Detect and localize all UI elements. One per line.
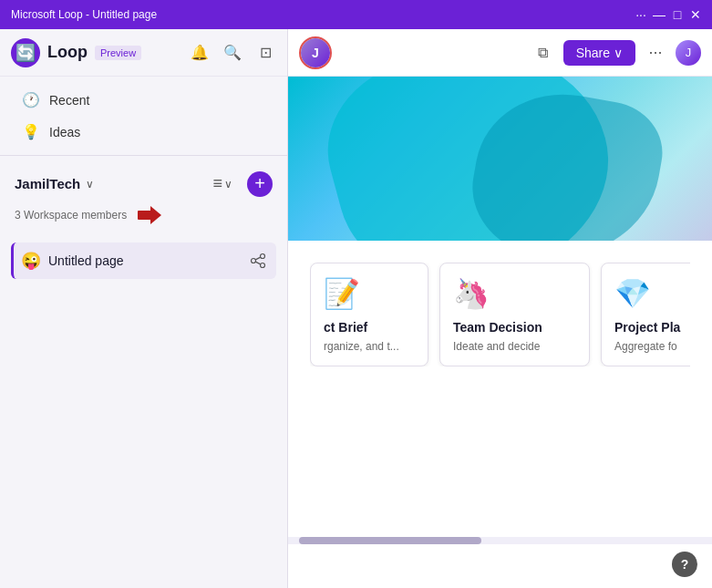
help-button[interactable]: ?: [672, 552, 697, 577]
ideas-icon: 💡: [22, 123, 40, 140]
nav-section: 🕐 Recent 💡 Ideas: [0, 77, 287, 155]
card-brief-title: ct Brief: [324, 320, 415, 335]
more-dots-icon: ···: [648, 43, 662, 62]
nav-recent-label: Recent: [49, 93, 89, 108]
workspace-header: JamilTech ∨ ≡ ∨ +: [11, 163, 276, 204]
menu-lines-icon: ≡: [212, 174, 222, 193]
share-chevron-icon: ∨: [614, 46, 623, 60]
svg-point-2: [261, 254, 265, 259]
preview-badge: Preview: [95, 46, 141, 60]
titlebar-maximize-btn[interactable]: □: [672, 9, 683, 20]
bottom-bar: ?: [288, 548, 712, 588]
card-plan-desc: Aggregate fo: [614, 340, 690, 353]
workspace-menu-button[interactable]: ≡ ∨: [205, 170, 240, 197]
workspace-chevron-icon[interactable]: ∨: [86, 178, 94, 191]
card-brief-desc: rganize, and t...: [324, 340, 415, 353]
page-share-icon[interactable]: [247, 250, 269, 272]
sidebar-expand-icon[interactable]: ⊡: [254, 42, 276, 64]
menu-chevron-icon: ∨: [224, 178, 232, 191]
page-emoji-icon: 😜: [21, 251, 41, 271]
nav-item-ideas[interactable]: 💡 Ideas: [7, 116, 280, 148]
template-card-brief[interactable]: 📝 ct Brief rganize, and t...: [310, 263, 428, 366]
titlebar-more-btn[interactable]: ···: [635, 9, 646, 20]
card-plan-title: Project Pla: [614, 320, 690, 335]
nav-item-recent[interactable]: 🕐 Recent: [7, 84, 280, 116]
arrow-indicator: [138, 206, 161, 224]
sidebar-header-icons: 🔔 🔍 ⊡: [189, 42, 276, 64]
svg-line-6: [255, 262, 260, 264]
card-brief-icon: 📝: [324, 276, 415, 311]
page-name-label: Untitled page: [48, 253, 240, 268]
workspace-section: JamilTech ∨ ≡ ∨ + 3 Workspace members: [0, 155, 287, 239]
sidebar-header: 🔄 Loop Preview 🔔 🔍 ⊡: [0, 29, 287, 77]
card-decision-title: Team Decision: [453, 320, 576, 335]
app-container: 🔄 Loop Preview 🔔 🔍 ⊡ 🕐 Recent 💡 Ideas: [0, 29, 712, 588]
horizontal-scrollbar[interactable]: [288, 537, 712, 544]
card-plan-icon: 💎: [614, 276, 690, 311]
svg-marker-1: [150, 206, 161, 224]
titlebar-title: Microsoft Loop - Untitled page: [11, 8, 635, 21]
page-item-untitled[interactable]: 😜 Untitled page: [11, 242, 276, 279]
template-card-plan[interactable]: 💎 Project Pla Aggregate fo: [601, 263, 690, 366]
notification-icon[interactable]: 🔔: [189, 42, 211, 64]
main-content: J ⧉ Share ∨ ··· J 📝 ct Br: [288, 29, 712, 588]
hero-image: [288, 77, 712, 241]
left-arrow-icon: [138, 206, 161, 224]
scrollbar-thumb[interactable]: [299, 537, 481, 544]
workspace-name: JamilTech: [15, 176, 80, 191]
logo-icon: 🔄: [11, 38, 40, 67]
logo-text: Loop: [47, 43, 88, 62]
titlebar: Microsoft Loop - Untitled page ··· — □ ✕: [0, 0, 712, 29]
workspace-actions: ≡ ∨ +: [205, 170, 273, 197]
avatar-initials: J: [301, 38, 330, 67]
share-label: Share: [576, 46, 610, 60]
svg-point-4: [261, 263, 265, 268]
titlebar-close-btn[interactable]: ✕: [690, 9, 701, 20]
add-workspace-button[interactable]: +: [247, 171, 273, 197]
svg-line-5: [255, 257, 260, 260]
nav-ideas-label: Ideas: [49, 125, 80, 139]
titlebar-controls: ··· — □ ✕: [635, 9, 701, 20]
share-page-icon: [250, 253, 266, 269]
workspace-members-row: 3 Workspace members: [11, 204, 276, 232]
svg-point-3: [252, 259, 256, 263]
card-decision-desc: Ideate and decide: [453, 340, 576, 353]
workspace-name-row: JamilTech ∨: [15, 176, 94, 191]
workspace-members-text: 3 Workspace members: [15, 209, 127, 222]
main-toolbar: J ⧉ Share ∨ ··· J: [288, 29, 712, 77]
sidebar: 🔄 Loop Preview 🔔 🔍 ⊡ 🕐 Recent 💡 Ideas: [0, 29, 288, 588]
copy-icon: ⧉: [538, 45, 548, 61]
template-card-decision[interactable]: 🦄 Team Decision Ideate and decide: [439, 263, 590, 366]
template-cards-row: 📝 ct Brief rganize, and t... 🦄 Team Deci…: [310, 263, 690, 366]
share-button[interactable]: Share ∨: [563, 40, 635, 66]
recent-icon: 🕐: [22, 91, 40, 108]
page-body: 📝 ct Brief rganize, and t... 🦄 Team Deci…: [288, 241, 712, 533]
card-decision-icon: 🦄: [453, 276, 576, 311]
user-avatar[interactable]: J: [299, 36, 332, 69]
titlebar-minimize-btn[interactable]: —: [654, 9, 665, 20]
toolbar-more-button[interactable]: ···: [643, 40, 668, 66]
pages-section: 😜 Untitled page: [0, 239, 287, 284]
svg-rect-0: [138, 211, 152, 220]
search-icon[interactable]: 🔍: [222, 42, 243, 64]
toolbar-user-avatar[interactable]: J: [676, 40, 701, 66]
copy-page-button[interactable]: ⧉: [531, 40, 556, 66]
